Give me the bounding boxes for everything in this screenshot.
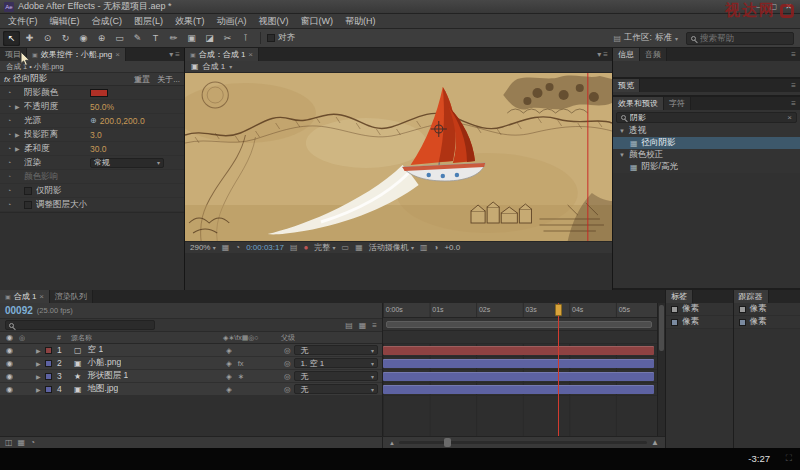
expand-layer-switches-icon[interactable]: ◫ <box>5 438 13 447</box>
menu-composition[interactable]: 合成(C) <box>86 15 129 28</box>
expand-transfer-controls-icon[interactable]: ▦ <box>18 438 26 447</box>
tab-effect-controls[interactable]: ▣ 效果控件：小船.png × <box>27 48 126 61</box>
tab-effects-presets[interactable]: 效果和预设 <box>613 97 664 110</box>
label-chip[interactable] <box>45 373 52 380</box>
stopwatch-icon[interactable]: ◔ <box>3 117 15 124</box>
list-item[interactable]: 像素 <box>734 316 800 329</box>
tab-labels[interactable]: 标签 <box>666 290 693 303</box>
current-frame[interactable]: 00092 <box>5 305 33 316</box>
timeline-zoom-slider[interactable] <box>399 441 647 444</box>
eye-icon[interactable]: ◉ <box>3 346 13 355</box>
panel-menu-icon[interactable]: ≡ <box>787 97 800 110</box>
timeline-scrollbar[interactable] <box>657 303 665 436</box>
close-icon[interactable]: × <box>115 50 120 59</box>
twirl-icon[interactable]: ▶ <box>15 103 24 110</box>
clone-stamp-tool-icon[interactable]: ▣ <box>183 31 200 46</box>
layer-bar-shape[interactable] <box>383 370 657 383</box>
tab-character[interactable]: 字符 <box>664 97 691 110</box>
label-chip[interactable] <box>45 347 52 354</box>
timeline-tracks[interactable]: 0:00s 01s 02s 03s 04s 05s <box>383 303 657 436</box>
property-row-resize-layer[interactable]: ◔ 调整图层大小 <box>0 198 184 212</box>
menu-view[interactable]: 视图(V) <box>253 15 295 28</box>
stopwatch-icon[interactable]: ◔ <box>3 131 15 138</box>
parent-dropdown[interactable]: 1. 空 1▾ <box>294 358 378 368</box>
eye-icon[interactable]: ◉ <box>3 385 13 394</box>
menu-animation[interactable]: 动画(A) <box>211 15 253 28</box>
tab-tracker[interactable]: 跟踪器 <box>734 290 769 303</box>
zoom-select[interactable]: 290% ▾ <box>190 243 216 252</box>
composition-viewport[interactable] <box>185 73 612 241</box>
tab-composition[interactable]: ▣ 合成：合成 1 × <box>185 48 259 61</box>
tab-audio[interactable]: 音频 <box>640 48 667 61</box>
grid-guides-icon[interactable]: ▦ <box>222 243 230 252</box>
pickwhip-icon[interactable]: ◎ <box>281 372 291 381</box>
list-item[interactable]: 像素 <box>666 303 733 316</box>
timeline-search-box[interactable] <box>5 320 155 330</box>
pan-behind-tool-icon[interactable]: ⊕ <box>93 31 110 46</box>
resize-layer-checkbox[interactable] <box>24 201 32 209</box>
composition-mini-flowchart-icon[interactable]: ▤ <box>345 321 353 330</box>
property-row-projection-distance[interactable]: ◔ ▶ 投影距离 3.0 <box>0 128 184 142</box>
roto-brush-tool-icon[interactable]: ✂ <box>219 31 236 46</box>
tab-timeline-comp[interactable]: ▣ 合成 1 × <box>0 290 50 303</box>
layer-bar-boat[interactable] <box>383 357 657 370</box>
effects-search-input[interactable] <box>630 113 760 122</box>
twirl-icon[interactable]: ▶ <box>33 373 42 380</box>
fullscreen-icon[interactable]: ⛶ <box>786 453 792 464</box>
channels-icon[interactable]: ● <box>304 243 309 252</box>
draft-3d-icon[interactable]: ▦ <box>359 321 367 330</box>
category-perspective[interactable]: ▼ 透视 <box>613 125 800 137</box>
layer-name[interactable]: 地图.jpg <box>85 383 119 395</box>
composition-navigator[interactable]: ▣ 合成 1 ▾ <box>185 61 612 73</box>
menu-file[interactable]: 文件(F) <box>2 15 44 28</box>
twirl-icon[interactable]: ▶ <box>33 386 42 393</box>
zoom-slider-thumb[interactable] <box>444 438 451 447</box>
stopwatch-icon[interactable]: ◔ <box>3 89 15 96</box>
label-chip[interactable] <box>45 386 52 393</box>
panel-menu-icon[interactable]: ▾≡ <box>165 48 184 61</box>
type-tool-icon[interactable]: T <box>147 31 164 46</box>
twirl-icon[interactable]: ▶ <box>15 145 24 152</box>
effects-search-box[interactable]: × <box>616 112 797 123</box>
exposure-icon[interactable]: ◑ <box>434 243 439 252</box>
pickwhip-icon[interactable]: ◎ <box>281 346 291 355</box>
eye-icon[interactable]: ◉ <box>3 372 13 381</box>
playhead[interactable] <box>558 303 559 436</box>
fx-switch[interactable]: fx <box>235 359 244 368</box>
layer-row-map[interactable]: ◉ ▶ 4 ▣地图.jpg ◈ ◎无▾ <box>0 383 382 396</box>
parent-dropdown[interactable]: 无▾ <box>294 384 378 394</box>
zoom-in-icon[interactable]: ▲ <box>651 438 659 447</box>
brush-tool-icon[interactable]: ✏ <box>165 31 182 46</box>
eye-icon[interactable]: ◉ <box>3 359 13 368</box>
layer-name[interactable]: 形状图层 1 <box>84 370 128 382</box>
shape-tool-icon[interactable]: ▭ <box>111 31 128 46</box>
list-item[interactable]: 像素 <box>666 316 733 329</box>
property-row-opacity[interactable]: ◔ ▶ 不透明度 50.0% <box>0 100 184 114</box>
time-ruler[interactable]: 0:00s 01s 02s 03s 04s 05s <box>383 303 657 318</box>
stopwatch-icon[interactable]: ◔ <box>3 103 15 110</box>
menu-edit[interactable]: 编辑(E) <box>44 15 86 28</box>
property-row-shadow-color[interactable]: ◔ 阴影颜色 <box>0 86 184 100</box>
menu-help[interactable]: 帮助(H) <box>339 15 382 28</box>
layer-row-boat[interactable]: ◉ ▶ 2 ▣小船.png ◈fx ◎1. 空 1▾ <box>0 357 382 370</box>
view-layout-icon[interactable]: ▥ <box>420 243 428 252</box>
panel-menu-icon[interactable]: ≡ <box>787 79 800 92</box>
twirl-icon[interactable]: ▶ <box>15 131 24 138</box>
rotation-tool-icon[interactable]: ↻ <box>57 31 74 46</box>
layer-bar-map[interactable] <box>383 383 657 396</box>
workspace-selector[interactable]: ▤ 工作区: 标准 ▾ <box>614 32 678 44</box>
puppet-pin-tool-icon[interactable]: ⊺ <box>237 31 254 46</box>
tab-preview[interactable]: 预览 <box>613 79 640 92</box>
close-icon[interactable]: × <box>248 50 253 59</box>
camera-select[interactable]: 活动摄像机 ▾ <box>369 242 414 253</box>
effect-header[interactable]: fx 径向阴影 重置 关于... <box>0 73 184 86</box>
parent-dropdown[interactable]: 无▾ <box>294 345 378 355</box>
zoom-tool-icon[interactable]: ⊙ <box>39 31 56 46</box>
video-player-bar[interactable]: -3:27 ⛶ <box>0 448 800 470</box>
twirl-icon[interactable]: ▶ <box>33 347 42 354</box>
shadow-only-checkbox[interactable] <box>24 187 32 195</box>
stopwatch-icon[interactable]: ◔ <box>3 145 15 152</box>
menu-effect[interactable]: 效果(T) <box>169 15 211 28</box>
menu-layer[interactable]: 图层(L) <box>128 15 169 28</box>
help-search-input[interactable] <box>700 33 780 43</box>
